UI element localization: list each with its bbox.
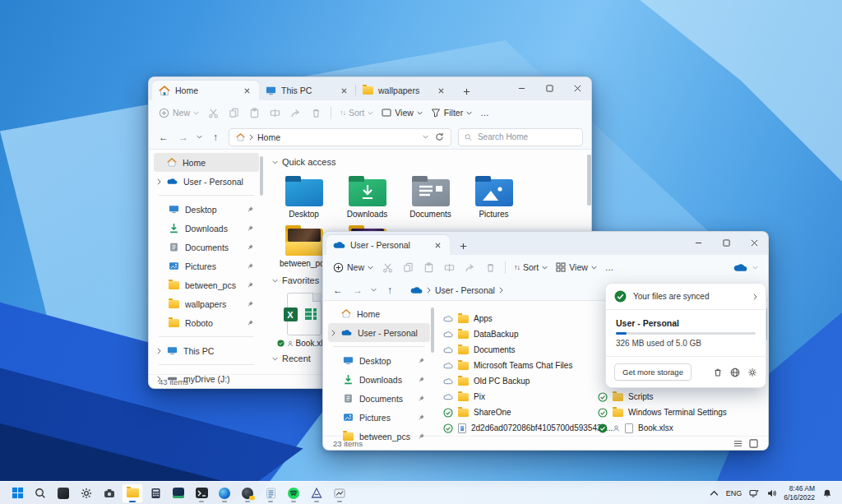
paste-icon[interactable] xyxy=(423,261,435,274)
copy-icon[interactable] xyxy=(402,261,414,274)
taskbar-paint-app[interactable] xyxy=(306,483,327,503)
back-icon[interactable]: ← xyxy=(157,132,170,143)
sync-status-row[interactable]: Your files are synced xyxy=(606,284,766,310)
expand-chevron-icon[interactable] xyxy=(331,330,335,336)
section-quick-access[interactable]: Quick access xyxy=(272,155,583,169)
tab-close-icon[interactable] xyxy=(338,85,349,96)
sidebar-item-documents[interactable]: Documents xyxy=(328,389,430,408)
folder-item-desktop[interactable]: Desktop xyxy=(272,169,335,219)
settings-gear-icon[interactable] xyxy=(747,368,757,377)
search-box[interactable] xyxy=(458,128,583,146)
sidebar-item-wallpapers[interactable]: wallpapers xyxy=(154,294,259,313)
forward-icon[interactable]: → xyxy=(351,284,364,296)
tab-close-icon[interactable] xyxy=(435,85,446,96)
sidebar-item-mydrive[interactable]: myDrive (J:) xyxy=(154,369,259,388)
cut-icon[interactable] xyxy=(207,107,220,119)
up-icon[interactable]: ↑ xyxy=(209,132,222,143)
recycle-bin-icon[interactable] xyxy=(713,368,723,377)
sidebar-item-roboto[interactable]: Roboto xyxy=(154,313,259,332)
volume-icon[interactable] xyxy=(766,488,776,498)
tab-close-icon[interactable] xyxy=(241,85,252,96)
copy-icon[interactable] xyxy=(228,107,240,119)
new-button[interactable]: New xyxy=(333,262,373,273)
network-icon[interactable] xyxy=(749,488,759,498)
address-box[interactable]: User - Personal xyxy=(403,281,595,299)
taskbar-spotify-app[interactable] xyxy=(283,483,304,503)
folder-item-downloads[interactable]: Downloads xyxy=(335,169,399,219)
sidebar-item-pictures[interactable]: Pictures xyxy=(328,408,430,427)
sidebar-item-onedrive[interactable]: User - Personal xyxy=(328,323,430,342)
paste-icon[interactable] xyxy=(248,107,261,119)
sidebar-item-home[interactable]: Home xyxy=(154,153,259,172)
details-view-icon[interactable] xyxy=(733,439,743,448)
sort-button[interactable]: ↑↓ Sort xyxy=(514,262,548,272)
sidebar-item-this-pc[interactable]: This PC xyxy=(154,341,259,360)
file-row[interactable]: Windows Terminal Settings xyxy=(598,405,727,420)
file-row[interactable]: ShareOne xyxy=(443,405,511,420)
taskbar-notes-app[interactable] xyxy=(260,483,281,503)
file-row[interactable]: Apps xyxy=(443,311,493,326)
hidden-icons-chevron[interactable] xyxy=(710,490,719,497)
file-row[interactable]: Book.xlsx xyxy=(598,420,673,436)
minimize-button[interactable] xyxy=(507,77,535,99)
content-scrollbar[interactable] xyxy=(587,155,591,206)
delete-icon[interactable] xyxy=(484,261,497,274)
address-box[interactable]: Home xyxy=(229,128,451,146)
folder-item-documents[interactable]: Documents xyxy=(399,169,462,219)
taskbar-photos-app[interactable] xyxy=(53,483,74,503)
tab-wallpapers[interactable]: wallpapers xyxy=(356,81,453,100)
address-dropdown-icon[interactable] xyxy=(423,135,428,139)
sidebar-scrollbar[interactable] xyxy=(431,307,434,353)
minimize-button[interactable] xyxy=(684,232,712,253)
sidebar-scrollbar[interactable] xyxy=(260,156,263,196)
tab-close-icon[interactable] xyxy=(432,239,443,251)
sidebar-item-desktop[interactable]: Desktop xyxy=(154,200,259,219)
maximize-button[interactable] xyxy=(535,77,563,99)
taskbar-clock[interactable]: 8:46 AM 6/16/2022 xyxy=(784,484,815,502)
forward-icon[interactable]: → xyxy=(177,132,190,143)
start-button[interactable] xyxy=(7,483,28,503)
cut-icon[interactable] xyxy=(382,261,394,274)
file-row[interactable]: Pix xyxy=(443,389,485,405)
up-icon[interactable]: ↑ xyxy=(383,284,396,296)
thumbnails-view-icon[interactable] xyxy=(749,439,758,448)
search-input[interactable] xyxy=(476,132,576,142)
sidebar-item-documents[interactable]: Documents xyxy=(154,238,259,257)
rename-icon[interactable] xyxy=(443,261,456,274)
sidebar-item-home[interactable]: Home xyxy=(328,304,430,323)
sidebar-item-pictures[interactable]: Pictures xyxy=(154,257,259,275)
new-tab-button[interactable] xyxy=(456,82,476,100)
onedrive-menu-button[interactable] xyxy=(733,263,758,272)
delete-icon[interactable] xyxy=(310,107,322,119)
back-icon[interactable]: ← xyxy=(331,284,345,296)
more-button[interactable]: … xyxy=(480,108,489,118)
new-button[interactable]: New xyxy=(159,108,199,118)
view-button[interactable]: View xyxy=(382,108,423,118)
file-row[interactable]: Scripts xyxy=(598,389,654,405)
expand-chevron-icon[interactable] xyxy=(157,178,161,185)
file-row[interactable]: Old PC Backup xyxy=(443,373,530,389)
taskbar-media-app[interactable] xyxy=(329,483,350,503)
taskbar-terminal-app[interactable] xyxy=(191,483,212,503)
sidebar-item-onedrive[interactable]: User - Personal xyxy=(154,172,259,191)
close-button[interactable] xyxy=(740,232,768,253)
breadcrumb[interactable]: Home xyxy=(257,132,280,142)
taskbar-edge-browser[interactable] xyxy=(214,483,235,503)
expand-chevron-icon[interactable] xyxy=(157,376,161,382)
file-row[interactable]: 2d2d6ad072086bf4105700d5935439... xyxy=(443,420,613,436)
tab-user-personal[interactable]: User - Personal xyxy=(326,235,450,255)
file-row[interactable]: DataBackup xyxy=(443,326,518,342)
sidebar-item-between-pcs[interactable]: between_pcs xyxy=(328,427,430,446)
breadcrumb[interactable]: User - Personal xyxy=(435,285,495,295)
sidebar-item-downloads[interactable]: Downloads xyxy=(328,370,430,389)
taskbar-calculator-app[interactable] xyxy=(145,483,166,503)
more-button[interactable]: … xyxy=(605,262,614,272)
folder-item-pictures[interactable]: Pictures xyxy=(462,169,525,219)
rename-icon[interactable] xyxy=(269,107,281,119)
taskbar-camera-app[interactable] xyxy=(99,483,120,503)
taskbar-office-app[interactable] xyxy=(168,483,189,503)
taskbar-file-explorer[interactable] xyxy=(122,483,143,503)
taskbar-settings-app[interactable] xyxy=(76,483,97,503)
taskbar-chrome-browser[interactable] xyxy=(237,483,258,503)
taskbar-search-button[interactable] xyxy=(30,483,51,503)
